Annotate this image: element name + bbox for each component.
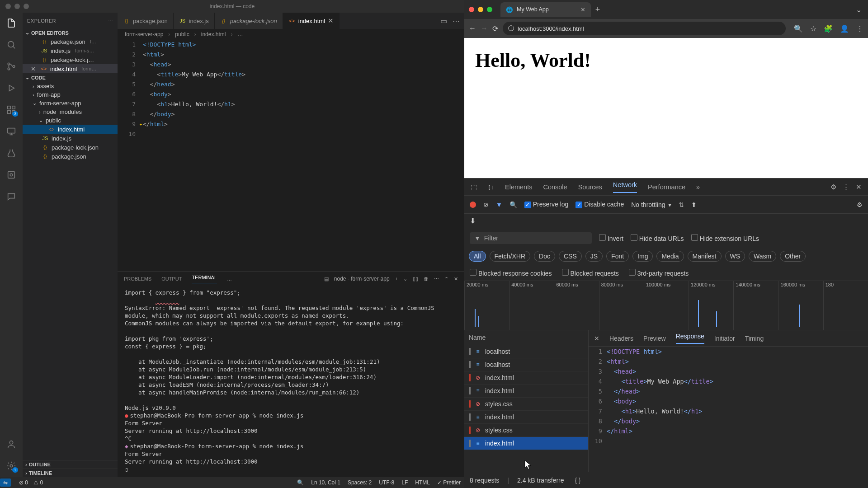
filter-pill-wasm[interactable]: Wasm: [749, 251, 776, 262]
request-row[interactable]: ⊘styles.css: [464, 424, 588, 437]
tab-sources[interactable]: Sources: [578, 183, 602, 191]
source-control-icon[interactable]: [5, 61, 17, 72]
kebab-icon[interactable]: ⋮: [843, 183, 849, 191]
reload-button[interactable]: ⟳: [492, 24, 498, 33]
folder-item[interactable]: › assets: [23, 82, 118, 90]
detail-tab-timing[interactable]: Timing: [745, 335, 764, 342]
filter-pill-font[interactable]: Font: [606, 251, 629, 262]
detail-tab-headers[interactable]: Headers: [609, 335, 633, 342]
extensions-icon[interactable]: 3: [5, 104, 17, 116]
workspace-header[interactable]: ⌄CODE: [23, 73, 118, 82]
record-button[interactable]: [470, 202, 476, 208]
more-icon[interactable]: ⋯: [108, 18, 113, 23]
request-row[interactable]: ≡localhost: [464, 358, 588, 371]
status-spaces[interactable]: Spaces: 2: [348, 479, 372, 486]
filter-icon[interactable]: ▼: [496, 201, 502, 208]
search-icon[interactable]: [5, 39, 17, 51]
terminal-output[interactable]: import { express } from "express"; Synta…: [118, 286, 464, 477]
inspect-icon[interactable]: ⬚: [471, 183, 477, 191]
filter-pill-ws[interactable]: WS: [725, 251, 745, 262]
file-item[interactable]: <>index.html: [23, 125, 118, 134]
folder-item[interactable]: ⌄ form-server-app: [23, 99, 118, 108]
new-tab-button[interactable]: +: [591, 5, 604, 14]
tab-network[interactable]: Network: [613, 181, 637, 193]
filter-pill-other[interactable]: Other: [780, 251, 806, 262]
third-party-checkbox[interactable]: 3rd-party requests: [629, 269, 689, 277]
filter-input[interactable]: ▼Filter: [470, 232, 592, 244]
remote-explorer-icon[interactable]: [5, 126, 17, 137]
status-warnings[interactable]: ⚠ 0: [33, 479, 43, 486]
gear-icon[interactable]: ⚙: [830, 183, 836, 191]
detail-tab-preview[interactable]: Preview: [643, 335, 666, 342]
account-icon[interactable]: [5, 438, 17, 450]
panel-tab-more[interactable]: …: [227, 276, 232, 282]
address-bar[interactable]: ⓘ localhost:3000/index.html: [503, 22, 786, 35]
filter-pill-manifest[interactable]: Manifest: [688, 251, 722, 262]
remote-indicator[interactable]: ⇋: [0, 479, 11, 487]
tab-performance[interactable]: Performance: [648, 183, 685, 191]
breadcrumb-item[interactable]: public: [175, 31, 189, 38]
profile-icon[interactable]: 👤: [840, 24, 849, 33]
search-icon[interactable]: 🔍: [509, 201, 517, 208]
panel-tab-terminal[interactable]: TERMINAL: [192, 275, 217, 283]
request-row[interactable]: ≡index.html: [464, 385, 588, 398]
window-controls[interactable]: [469, 7, 492, 12]
testing-icon[interactable]: [5, 147, 17, 159]
bookmark-icon[interactable]: ☆: [810, 24, 816, 33]
hide-ext-urls-checkbox[interactable]: Hide extension URLs: [691, 234, 759, 242]
status-zoom-icon[interactable]: 🔍: [297, 479, 304, 486]
close-icon[interactable]: ✕: [31, 66, 36, 72]
comment-icon[interactable]: [5, 191, 17, 202]
breadcrumb-item[interactable]: index.html: [201, 31, 226, 38]
browser-tab[interactable]: 🌐 My Web App ✕: [500, 2, 591, 17]
bookmark-icon[interactable]: [5, 169, 17, 181]
back-button[interactable]: ←: [469, 24, 476, 33]
close-devtools-icon[interactable]: ✕: [856, 183, 862, 191]
maximize-icon[interactable]: ⌃: [444, 276, 448, 282]
extensions-icon[interactable]: 🧩: [824, 24, 833, 33]
open-editor-item[interactable]: {}package-lock.j…: [23, 55, 118, 64]
open-editors-header[interactable]: ⌄OPEN EDITORS: [23, 28, 118, 37]
editor-tab[interactable]: JSindex.js: [174, 13, 215, 29]
request-row[interactable]: ≡localhost: [464, 345, 588, 358]
request-row[interactable]: ⊘index.html: [464, 371, 588, 385]
timeline-header[interactable]: ›TIMELINE: [23, 469, 118, 477]
tab-console[interactable]: Console: [543, 183, 567, 191]
open-editor-item[interactable]: ✕<>index.htmlform…: [23, 64, 118, 73]
file-item[interactable]: {}package.json: [23, 152, 118, 161]
split-editor-icon[interactable]: ▭: [440, 17, 447, 25]
request-row[interactable]: ≡index.html: [464, 437, 588, 450]
more-tabs-icon[interactable]: »: [696, 183, 700, 191]
terminal-task[interactable]: node - form-server-app: [334, 276, 390, 282]
editor-tab[interactable]: <>index.html✕: [283, 13, 340, 29]
status-encoding[interactable]: UTF-8: [379, 479, 394, 486]
editor-tab[interactable]: {}package.json: [118, 13, 174, 29]
folder-item[interactable]: › form-app: [23, 90, 118, 99]
clear-button[interactable]: ⊘: [483, 201, 489, 208]
import-har-icon[interactable]: ⬆: [691, 201, 697, 208]
close-icon[interactable]: ✕: [328, 17, 334, 25]
more-icon[interactable]: ⋯: [453, 17, 460, 25]
file-item[interactable]: JSindex.js: [23, 134, 118, 143]
outline-header[interactable]: ›OUTLINE: [23, 460, 118, 469]
status-ln-col[interactable]: Ln 10, Col 1: [311, 479, 340, 486]
tab-elements[interactable]: Elements: [505, 183, 532, 191]
network-conditions-icon[interactable]: ⇅: [679, 201, 684, 208]
run-debug-icon[interactable]: [5, 82, 17, 94]
filter-pill-img[interactable]: Img: [632, 251, 653, 262]
explorer-icon[interactable]: [5, 17, 17, 29]
device-mode-icon[interactable]: ⫿⫾: [488, 183, 494, 191]
filter-pill-doc[interactable]: Doc: [534, 251, 555, 262]
forward-button[interactable]: →: [481, 24, 488, 33]
close-tab-icon[interactable]: ✕: [580, 6, 585, 13]
throttling-select[interactable]: No throttling ▾: [631, 201, 671, 208]
editor-tab[interactable]: {}package-lock.json: [215, 13, 283, 29]
detail-tab-response[interactable]: Response: [676, 333, 704, 344]
file-item[interactable]: {}package-lock.json: [23, 143, 118, 152]
folder-item[interactable]: ⌄ public: [23, 116, 118, 125]
close-detail-icon[interactable]: ✕: [594, 335, 599, 342]
network-settings-icon[interactable]: ⚙: [857, 201, 863, 208]
request-row[interactable]: ⊘styles.css: [464, 398, 588, 411]
export-har-icon[interactable]: ⬇: [470, 217, 476, 225]
split-terminal-icon[interactable]: ▯▯: [413, 276, 418, 282]
